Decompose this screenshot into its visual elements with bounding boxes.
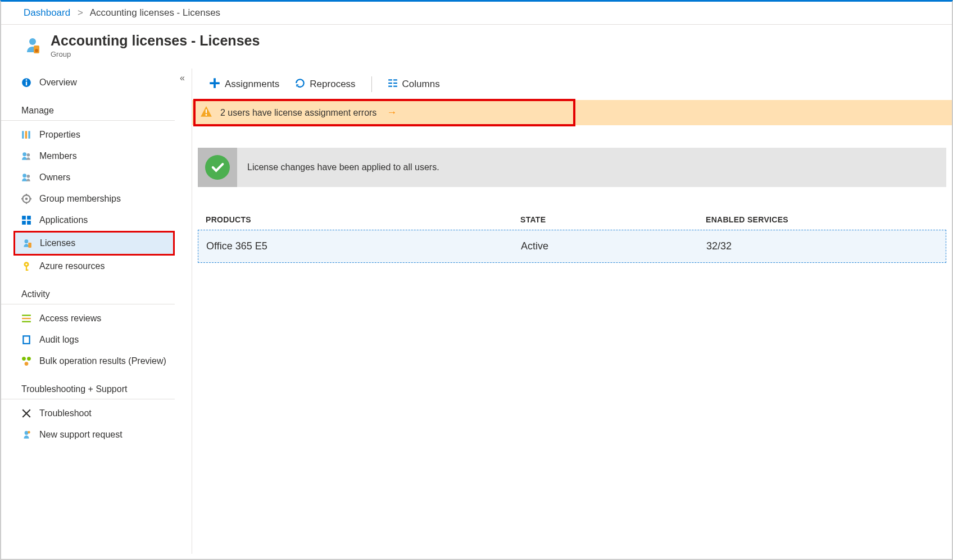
cell-product: Office 365 E5	[206, 240, 521, 252]
svg-point-38	[28, 431, 30, 434]
svg-point-36	[25, 362, 29, 366]
sidebar-group-support: Troubleshooting + Support	[1, 372, 175, 399]
columns-icon	[388, 78, 398, 91]
properties-icon	[21, 130, 31, 140]
sidebar-item-properties[interactable]: Properties	[1, 124, 192, 145]
page-title: Accounting licenses - Licenses	[51, 33, 260, 49]
breadcrumb-separator: >	[78, 7, 83, 18]
owners-icon	[21, 172, 31, 183]
svg-rect-42	[393, 82, 397, 83]
sidebar-item-applications[interactable]: Applications	[1, 210, 192, 231]
toolbar: Assignments Reprocess Columns	[192, 69, 952, 100]
sidebar: « Overview Manage Properties Members Own	[1, 69, 192, 554]
sidebar-item-label: Audit logs	[39, 335, 79, 345]
svg-rect-7	[25, 131, 27, 139]
toolbar-label: Reprocess	[310, 79, 355, 90]
svg-rect-8	[28, 131, 30, 139]
svg-rect-4	[26, 81, 27, 85]
svg-rect-45	[206, 110, 207, 113]
toolbar-label: Assignments	[225, 79, 279, 90]
access-reviews-icon	[21, 313, 31, 324]
tools-icon	[21, 408, 31, 418]
collapse-sidebar-button[interactable]: «	[180, 73, 185, 83]
svg-point-35	[27, 357, 31, 361]
svg-point-2	[35, 49, 38, 52]
svg-rect-6	[22, 131, 24, 139]
sidebar-item-label: New support request	[39, 430, 122, 440]
svg-point-46	[206, 114, 207, 116]
sidebar-item-label: Azure resources	[39, 261, 105, 271]
table-header: PRODUCTS STATE ENABLED SERVICES	[198, 210, 946, 230]
warning-icon	[200, 106, 212, 120]
breadcrumb-dashboard[interactable]: Dashboard	[24, 7, 70, 18]
svg-rect-21	[22, 221, 26, 225]
svg-rect-43	[388, 85, 392, 86]
warning-banner[interactable]: 2 users have license assignment errors →	[192, 100, 952, 125]
sidebar-item-label: Owners	[39, 172, 70, 183]
warning-text: 2 users have license assignment errors	[220, 108, 376, 118]
sidebar-item-licenses[interactable]: Licenses	[13, 231, 175, 256]
sidebar-item-members[interactable]: Members	[1, 145, 192, 167]
group-license-icon	[24, 37, 42, 54]
toolbar-label: Columns	[402, 79, 440, 90]
breadcrumb-current: Accounting licenses - Licenses	[90, 7, 220, 18]
svg-point-10	[27, 153, 30, 157]
col-header-products[interactable]: PRODUCTS	[206, 215, 520, 224]
members-icon	[21, 151, 31, 161]
refresh-icon	[295, 78, 305, 91]
col-header-state[interactable]: STATE	[520, 215, 706, 224]
sidebar-item-label: Applications	[39, 215, 88, 225]
plus-icon	[209, 78, 220, 92]
svg-rect-20	[27, 216, 31, 220]
key-icon	[21, 261, 31, 271]
svg-point-0	[29, 38, 36, 45]
sidebar-item-label: Access reviews	[39, 313, 101, 324]
col-header-services[interactable]: ENABLED SERVICES	[706, 215, 938, 224]
arrow-right-icon: →	[387, 107, 397, 119]
reprocess-button[interactable]: Reprocess	[295, 78, 355, 91]
license-icon	[22, 238, 32, 248]
sidebar-item-owners[interactable]: Owners	[1, 167, 192, 188]
sidebar-item-azure-resources[interactable]: Azure resources	[1, 256, 192, 277]
page-subtitle: Group	[51, 50, 260, 58]
svg-rect-22	[27, 221, 31, 225]
sidebar-item-label: Licenses	[40, 238, 75, 248]
success-text: License changes have been applied to all…	[247, 162, 439, 172]
success-notice: License changes have been applied to all…	[198, 148, 946, 187]
page-header: Accounting licenses - Licenses Group	[1, 25, 952, 69]
svg-rect-44	[393, 85, 397, 86]
svg-point-23	[25, 239, 29, 243]
svg-point-5	[26, 79, 28, 81]
svg-point-12	[27, 175, 30, 178]
sidebar-item-audit-logs[interactable]: Audit logs	[1, 329, 192, 350]
svg-rect-19	[22, 216, 26, 220]
licenses-table: PRODUCTS STATE ENABLED SERVICES Office 3…	[198, 210, 946, 263]
sidebar-group-manage: Manage	[1, 93, 175, 121]
svg-point-26	[25, 263, 27, 265]
sidebar-item-troubleshoot[interactable]: Troubleshoot	[1, 403, 192, 424]
svg-rect-41	[388, 82, 392, 83]
sidebar-item-label: Troubleshoot	[39, 408, 92, 418]
svg-rect-33	[24, 336, 29, 343]
columns-button[interactable]: Columns	[388, 78, 440, 91]
svg-rect-40	[393, 79, 397, 80]
sidebar-item-access-reviews[interactable]: Access reviews	[1, 308, 192, 329]
cell-state: Active	[521, 240, 706, 252]
support-icon	[21, 430, 31, 440]
bulk-operation-icon	[21, 356, 31, 366]
sidebar-item-label: Bulk operation results (Preview)	[39, 356, 166, 366]
svg-point-9	[22, 152, 26, 156]
main-content: Assignments Reprocess Columns 2 users	[192, 69, 952, 554]
sidebar-item-new-support[interactable]: New support request	[1, 424, 192, 445]
assignments-button[interactable]: Assignments	[209, 78, 279, 92]
sidebar-item-label: Properties	[39, 130, 80, 140]
breadcrumb: Dashboard > Accounting licenses - Licens…	[1, 2, 952, 25]
svg-point-37	[25, 431, 29, 435]
sidebar-item-bulk-operation[interactable]: Bulk operation results (Preview)	[1, 350, 192, 372]
table-row[interactable]: Office 365 E5 Active 32/32	[198, 230, 946, 263]
sidebar-item-overview[interactable]: Overview	[1, 72, 192, 93]
toolbar-separator	[371, 76, 372, 92]
svg-rect-28	[26, 270, 29, 271]
sidebar-item-group-memberships[interactable]: Group memberships	[1, 188, 192, 210]
info-icon	[21, 78, 31, 88]
